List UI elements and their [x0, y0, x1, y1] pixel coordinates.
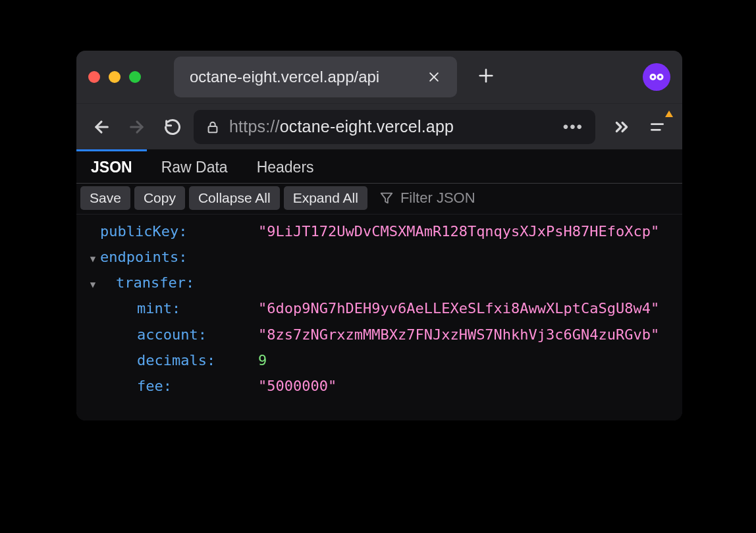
page-actions-icon[interactable]: ••• — [556, 118, 583, 136]
filter-input[interactable] — [400, 190, 532, 207]
svg-marker-13 — [381, 193, 392, 203]
mask-icon — [648, 72, 665, 82]
svg-point-7 — [659, 76, 662, 78]
url-prefix: https:// — [229, 117, 280, 136]
close-tab-icon[interactable] — [427, 70, 441, 84]
caret-down-icon[interactable]: ▼ — [86, 276, 100, 293]
json-row-mint: ▼ mint "6dop9NG7hDEH9yv6AeLLEXeSLfxi8Aww… — [76, 295, 682, 321]
json-value: "9LiJT172UwDvCMSXMAmR128TqnqysXJxPsH87HE… — [258, 218, 659, 244]
svg-rect-10 — [209, 126, 217, 132]
svg-point-6 — [652, 76, 655, 78]
json-row-account: ▼ account "8zs7zNGrxzmMMBXz7FNJxzHWS7Nhk… — [76, 322, 682, 347]
tab-title: octane-eight.vercel.app/api — [190, 68, 379, 86]
reload-button[interactable] — [158, 113, 187, 141]
json-value: "8zs7zNGrxzmMMBXz7FNJxzHWS7NhkhVj3c6GN4z… — [258, 322, 659, 347]
json-row-endpoints[interactable]: ▼ endpoints — [76, 244, 682, 270]
forward-button[interactable] — [122, 113, 151, 141]
new-tab-button[interactable] — [469, 64, 503, 90]
browser-window: octane-eight.vercel.app/api — [76, 51, 682, 420]
minimize-window-button[interactable] — [109, 71, 121, 83]
expand-all-button[interactable]: Expand All — [284, 186, 367, 210]
arrow-right-icon — [128, 118, 146, 136]
back-button[interactable] — [87, 113, 116, 141]
json-tree: ▼ publicKey "9LiJT172UwDvCMSXMAmR128Tqnq… — [76, 215, 682, 420]
json-value: "5000000" — [258, 373, 337, 399]
json-viewer-tabs: JSON Raw Data Headers — [76, 149, 682, 184]
titlebar: octane-eight.vercel.app/api — [76, 51, 682, 103]
lock-icon — [205, 120, 220, 134]
chevrons-right-icon — [613, 118, 630, 136]
close-window-button[interactable] — [88, 71, 100, 83]
address-bar-row: https://octane-eight.vercel.app ••• — [76, 103, 682, 149]
collapse-all-button[interactable]: Collapse All — [189, 186, 280, 210]
reload-icon — [163, 118, 182, 136]
browser-tab[interactable]: octane-eight.vercel.app/api — [174, 57, 457, 97]
tab-json[interactable]: JSON — [76, 149, 147, 183]
filter-wrap — [371, 190, 532, 207]
funnel-icon — [379, 191, 394, 205]
app-menu-button[interactable] — [643, 113, 672, 141]
url-host: octane-eight.vercel.app — [280, 117, 454, 136]
json-value: 9 — [258, 347, 267, 373]
tab-headers[interactable]: Headers — [242, 149, 329, 183]
json-row-fee: ▼ fee "5000000" — [76, 373, 682, 399]
profile-avatar[interactable] — [643, 63, 670, 91]
json-viewer-toolbar: Save Copy Collapse All Expand All — [76, 184, 682, 215]
settings-lines-icon — [649, 118, 666, 136]
save-button[interactable]: Save — [80, 186, 130, 210]
json-key: transfer — [116, 270, 194, 295]
json-key: account — [137, 322, 207, 347]
caret-down-icon[interactable]: ▼ — [86, 251, 100, 267]
tab-raw-data[interactable]: Raw Data — [147, 149, 242, 183]
json-row-publicKey: ▼ publicKey "9LiJT172UwDvCMSXMAmR128Tqnq… — [76, 218, 682, 244]
json-row-decimals: ▼ decimals 9 — [76, 347, 682, 373]
json-row-transfer[interactable]: ▼ transfer — [76, 270, 682, 295]
maximize-window-button[interactable] — [129, 71, 141, 83]
url-text: https://octane-eight.vercel.app — [229, 117, 547, 136]
arrow-left-icon — [92, 118, 111, 136]
overflow-chevrons-button[interactable] — [607, 113, 636, 141]
json-key: mint — [137, 295, 180, 321]
url-bar[interactable]: https://octane-eight.vercel.app ••• — [194, 110, 595, 144]
json-key: endpoints — [100, 244, 187, 270]
json-key: publicKey — [100, 218, 187, 244]
json-key: decimals — [137, 347, 215, 373]
update-badge-icon — [665, 111, 673, 117]
copy-button[interactable]: Copy — [134, 186, 185, 210]
json-key: fee — [137, 373, 172, 399]
json-value: "6dop9NG7hDEH9yv6AeLLEXeSLfxi8AwwXLptCaS… — [258, 295, 659, 321]
traffic-lights — [88, 71, 162, 83]
